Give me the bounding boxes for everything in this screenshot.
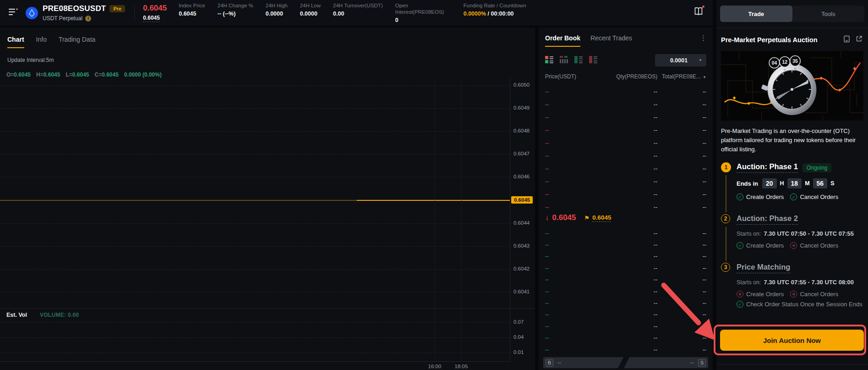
auction-phases: 1Auction: Phase 1OngoingEnds in20H18M56S…: [716, 154, 868, 308]
price-axis-tick: 0.6046: [513, 174, 530, 179]
orderbook-row-bid[interactable]: ------: [539, 286, 713, 297]
orderbook-row-ask[interactable]: ------: [539, 149, 713, 162]
row-total: --: [657, 166, 706, 172]
ask-price: --: [545, 114, 599, 121]
row-qty: --: [599, 101, 657, 108]
row-qty: --: [599, 204, 657, 210]
check-circle-icon: ✓: [790, 193, 797, 200]
ask-price: --: [545, 166, 599, 172]
row-qty: --: [599, 253, 657, 260]
guide-document-icon[interactable]: [843, 35, 850, 44]
last-price: 0.6045: [143, 4, 167, 13]
auction-banner-image: 04 12 35 D H M: [721, 51, 863, 121]
orderbook-layout-icon[interactable]: [693, 6, 704, 18]
tab-order-book[interactable]: Order Book: [545, 34, 580, 47]
row-total: --: [657, 114, 706, 121]
row-qty: --: [599, 230, 657, 237]
orderbook-row-bid[interactable]: ------: [539, 239, 713, 250]
view-combined-icon[interactable]: [545, 55, 553, 66]
orderbook-row-bid[interactable]: ------: [539, 344, 713, 355]
buy-badge: B: [546, 359, 553, 367]
chevron-down-icon: ▼: [699, 58, 702, 62]
row-total: --: [657, 253, 706, 260]
phase-title[interactable]: Price Matching: [737, 263, 790, 273]
flag-icon[interactable]: ⚑: [584, 215, 590, 221]
tab-recent-trades[interactable]: Recent Trades: [590, 34, 632, 47]
sell-ratio-value: --: [690, 359, 694, 366]
phase-schedule: Starts on:7.30 UTC 07:50 - 7.30 UTC 07:5…: [737, 230, 863, 237]
orderbook-row-bid[interactable]: ------: [539, 320, 713, 332]
column-header-qty-pre08eos: Qty(PRE08EOS): [599, 73, 657, 80]
row-qty: --: [599, 335, 657, 341]
orderbook-row-bid[interactable]: ------: [539, 251, 713, 262]
chart-canvas[interactable]: 0.6045 Est. Vol VOLUME: 0.00 0.60500.604…: [0, 28, 535, 370]
row-total: --: [657, 140, 706, 146]
orderbook-tabs: Order BookRecent Trades: [545, 34, 632, 47]
price-axis-tick: 0.6044: [513, 220, 530, 226]
external-link-icon[interactable]: [856, 35, 863, 44]
info-icon[interactable]: i: [85, 16, 91, 22]
ask-price: --: [545, 140, 599, 146]
est-vol-label[interactable]: Est. Vol: [6, 312, 27, 318]
orderbook-row-ask[interactable]: ------: [539, 111, 713, 124]
orderbook-row-ask[interactable]: ------: [539, 85, 713, 98]
price-axis-tick: 0.6042: [513, 266, 530, 271]
last-price-axis-tag: 0.6045: [511, 196, 533, 204]
phase-number: 3: [721, 263, 730, 272]
orderbook-menu-dots-icon[interactable]: ⋮: [700, 34, 707, 42]
view-asks-only-icon[interactable]: [589, 55, 597, 66]
ask-price: --: [545, 127, 599, 133]
svg-text:H: H: [784, 68, 786, 71]
view-bids-only-icon[interactable]: [574, 55, 583, 66]
join-auction-button[interactable]: Join Auction Now: [720, 330, 864, 351]
menu-hamburger-icon[interactable]: [8, 7, 18, 18]
header-stat-change_24h: 24H Change %-- (--%): [218, 2, 253, 17]
phase-title[interactable]: Auction: Phase 2: [737, 214, 798, 225]
toggle-trade[interactable]: Trade: [720, 6, 792, 22]
top-header: PRE08EOSUSDT Pre USDT Perpetual i 0.6045…: [0, 0, 713, 26]
mark-price-link[interactable]: 0.6045: [592, 214, 611, 222]
permission-item: ✓Check Order Status Once the Session End…: [737, 301, 863, 308]
countdown-unit: S: [830, 180, 834, 187]
banner-minutes: 35: [792, 59, 798, 64]
permission-item: ✓Create Orders: [737, 242, 784, 249]
orderbook-row-bid[interactable]: ------: [539, 227, 713, 239]
stat-value: -- (--%): [218, 11, 253, 17]
phase-connector-line: [726, 227, 726, 261]
orderbook-row-bid[interactable]: ------: [539, 262, 713, 274]
bid-price: --: [545, 276, 599, 283]
stat-value: 0.0000% / 00:00:00: [464, 11, 526, 17]
orderbook-row-ask[interactable]: ------: [539, 124, 713, 137]
view-columns-icon[interactable]: [560, 55, 568, 66]
phase-number: 2: [721, 214, 730, 223]
symbol-name: PRE08EOSUSDT: [43, 4, 106, 13]
orderbook-row-ask[interactable]: ------: [539, 188, 713, 201]
row-qty: --: [599, 242, 657, 248]
symbol-block[interactable]: PRE08EOSUSDT Pre USDT Perpetual i: [43, 4, 125, 22]
pane-separator: [0, 308, 535, 309]
phase-permissions: ✓Create Orders✕Cancel Orders: [737, 242, 863, 249]
orderbook-mid-price: ↓ 0.6045 ⚑ 0.6045: [539, 210, 713, 226]
orderbook-row-ask[interactable]: ------: [539, 98, 713, 111]
orderbook-row-bid[interactable]: ------: [539, 297, 713, 309]
header-stats: Index Price0.604524H Change %-- (--%)24H…: [179, 2, 526, 24]
auction-phase-3: 3Price MatchingStarts on:7.30 UTC 07:55 …: [721, 263, 863, 308]
ask-price: --: [545, 204, 599, 210]
header-stat-low_24h: 24H Low0.0000: [300, 2, 321, 17]
orderbook-row-bid[interactable]: ------: [539, 274, 713, 286]
column-header-total-pre08e[interactable]: Total(PRE08E...▼: [657, 73, 706, 80]
row-total: --: [657, 230, 706, 237]
toggle-tools[interactable]: Tools: [792, 6, 865, 22]
orderbook-toolbar: 0.0001 ▼: [545, 54, 706, 66]
orderbook-row-bid[interactable]: ------: [539, 332, 713, 344]
phase-permissions: ✕Create Orders✕Cancel Orders✓Check Order…: [737, 291, 863, 308]
orderbook-row-ask[interactable]: ------: [539, 162, 713, 175]
row-total: --: [657, 347, 706, 353]
orderbook-row-ask[interactable]: ------: [539, 175, 713, 188]
orderbook-row-ask[interactable]: ------: [539, 137, 713, 149]
mark-price[interactable]: 0.6045: [143, 15, 160, 22]
row-qty: --: [599, 347, 657, 353]
orderbook-row-bid[interactable]: ------: [539, 309, 713, 320]
phase-title[interactable]: Auction: Phase 1: [737, 162, 798, 173]
tick-size-dropdown[interactable]: 0.0001 ▼: [655, 54, 706, 66]
